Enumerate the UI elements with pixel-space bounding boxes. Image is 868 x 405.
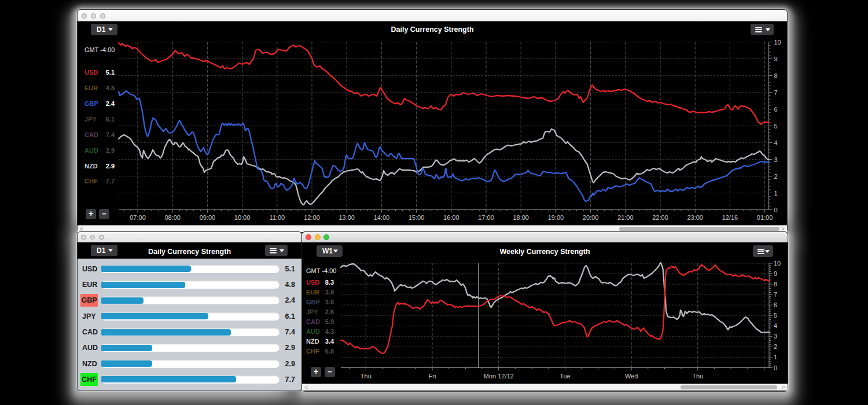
- svg-text:8: 8: [774, 72, 778, 79]
- svg-text:5: 5: [774, 312, 777, 319]
- svg-text:16:00: 16:00: [443, 214, 459, 221]
- svg-text:4: 4: [774, 322, 777, 329]
- svg-text:7: 7: [774, 89, 778, 96]
- svg-text:0: 0: [774, 207, 778, 213]
- svg-text:22:00: 22:00: [652, 214, 668, 221]
- svg-text:19:00: 19:00: [548, 214, 564, 221]
- svg-text:10:00: 10:00: [234, 214, 251, 221]
- svg-text:1: 1: [774, 190, 778, 197]
- svg-text:6: 6: [774, 106, 778, 113]
- svg-text:21:00: 21:00: [617, 214, 634, 221]
- svg-text:Wed: Wed: [625, 373, 638, 380]
- svg-text:7: 7: [774, 291, 777, 298]
- svg-text:08:00: 08:00: [164, 214, 181, 221]
- svg-text:Thu: Thu: [692, 373, 703, 380]
- svg-text:8: 8: [774, 281, 777, 288]
- svg-text:07:00: 07:00: [130, 214, 146, 221]
- svg-text:1: 1: [774, 354, 777, 360]
- svg-text:Mon 12/12: Mon 12/12: [484, 373, 514, 380]
- svg-text:12/16: 12/16: [722, 214, 738, 221]
- svg-text:4: 4: [774, 139, 778, 146]
- svg-text:15:00: 15:00: [409, 214, 425, 221]
- svg-text:9: 9: [774, 270, 777, 277]
- svg-text:0: 0: [774, 365, 777, 371]
- svg-text:20:00: 20:00: [583, 214, 599, 221]
- svg-text:5: 5: [774, 123, 778, 130]
- svg-text:Tue: Tue: [560, 373, 571, 380]
- svg-text:Thu: Thu: [361, 373, 372, 380]
- svg-text:14:00: 14:00: [374, 214, 390, 221]
- svg-text:18:00: 18:00: [513, 214, 529, 221]
- svg-text:01:00: 01:00: [757, 214, 773, 221]
- svg-text:12:00: 12:00: [304, 214, 320, 221]
- svg-text:10: 10: [774, 260, 781, 267]
- svg-text:23:00: 23:00: [687, 214, 703, 221]
- svg-text:09:00: 09:00: [200, 214, 216, 221]
- svg-text:3: 3: [774, 333, 777, 340]
- svg-text:3: 3: [774, 156, 778, 163]
- svg-text:10: 10: [774, 39, 781, 46]
- svg-text:17:00: 17:00: [478, 214, 494, 221]
- svg-text:Fri: Fri: [429, 373, 436, 380]
- svg-text:13:00: 13:00: [339, 214, 355, 221]
- svg-text:11:00: 11:00: [269, 214, 285, 221]
- svg-text:2: 2: [774, 343, 777, 350]
- svg-text:9: 9: [774, 56, 778, 62]
- svg-text:6: 6: [774, 301, 777, 308]
- svg-text:2: 2: [774, 173, 778, 180]
